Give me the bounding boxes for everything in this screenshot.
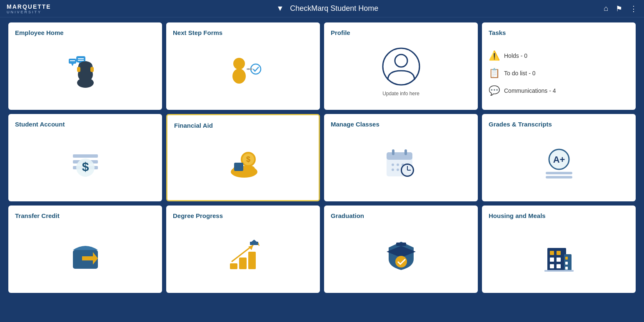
tile-employee-home-title: Employee Home <box>15 29 64 36</box>
logo-university: UNIVERSITY <box>7 10 42 14</box>
tile-financial-aid-icon-area: $ <box>174 133 312 192</box>
tile-employee-home-icon-area <box>15 40 155 102</box>
profile-subtext: Update info here <box>331 91 471 97</box>
svg-rect-67 <box>557 264 561 268</box>
tile-student-account-title: Student Account <box>15 121 65 128</box>
tile-transfer-credit-icon-area <box>15 223 155 285</box>
tile-housing-meals-icon-area <box>489 223 629 285</box>
tasks-todo: 📋 To do list - 0 <box>489 68 629 79</box>
tile-grades-transcripts-title: Grades & Transcripts <box>489 121 552 128</box>
svg-line-57 <box>258 243 259 246</box>
tile-graduation-title: Graduation <box>331 212 364 219</box>
svg-rect-34 <box>404 149 407 155</box>
svg-rect-62 <box>550 251 554 255</box>
grades-transcripts-icon: A+ <box>538 142 580 183</box>
manage-classes-icon <box>380 142 422 183</box>
svg-marker-5 <box>71 64 74 66</box>
tile-housing-meals[interactable]: Housing and Meals <box>482 206 636 293</box>
tile-profile-title: Profile <box>331 29 350 36</box>
svg-rect-20 <box>73 154 98 158</box>
student-account-icon: $ <box>65 142 106 183</box>
warning-icon: ⚠️ <box>489 50 500 61</box>
tile-graduation[interactable]: Graduation <box>324 206 478 293</box>
svg-point-38 <box>392 168 394 171</box>
svg-point-35 <box>392 163 394 166</box>
svg-rect-9 <box>77 67 80 72</box>
logo: MARQUETTE UNIVERSITY <box>7 3 51 14</box>
graduation-icon <box>380 233 422 275</box>
tile-next-step-forms-title: Next Step Forms <box>173 29 222 36</box>
svg-rect-50 <box>230 263 237 269</box>
svg-point-19 <box>395 54 407 67</box>
tile-financial-aid[interactable]: Financial Aid $ <box>166 114 320 201</box>
tasks-todo-label: To do list - 0 <box>504 70 535 77</box>
clipboard-icon: 📋 <box>489 68 500 79</box>
svg-rect-51 <box>239 258 247 269</box>
svg-point-36 <box>397 163 399 166</box>
next-step-forms-icon <box>222 50 264 92</box>
tile-manage-classes[interactable]: Manage Classes <box>324 114 478 201</box>
financial-aid-icon: $ <box>222 142 264 183</box>
tasks-communications: 💬 Communications - 4 <box>489 85 629 96</box>
svg-point-39 <box>397 168 399 171</box>
tile-degree-progress[interactable]: Degree Progress <box>166 206 320 293</box>
tile-student-account-icon-area: $ <box>15 132 155 193</box>
tasks-holds-label: Holds - 0 <box>504 52 527 59</box>
tile-manage-classes-title: Manage Classes <box>331 121 379 128</box>
svg-rect-30 <box>234 163 243 171</box>
svg-rect-59 <box>396 243 406 246</box>
flag-icon[interactable]: ⚑ <box>616 4 622 13</box>
tile-next-step-forms-icon-area <box>173 40 313 102</box>
svg-rect-46 <box>546 172 572 174</box>
home-icon[interactable]: ⌂ <box>604 4 608 13</box>
svg-rect-32 <box>387 152 412 160</box>
tile-manage-classes-icon-area <box>331 132 471 193</box>
svg-rect-64 <box>550 258 554 262</box>
tile-graduation-icon-area <box>331 223 471 285</box>
svg-text:$: $ <box>82 160 89 173</box>
svg-rect-70 <box>565 262 568 265</box>
svg-rect-33 <box>392 149 394 155</box>
tasks-holds: ⚠️ Holds - 0 <box>489 50 629 61</box>
tile-grid: Employee Home <box>8 22 636 293</box>
svg-text:A+: A+ <box>553 154 565 165</box>
svg-rect-47 <box>546 176 572 178</box>
tile-student-account[interactable]: Student Account $ <box>8 114 162 201</box>
svg-rect-71 <box>565 267 568 270</box>
svg-rect-10 <box>90 67 94 72</box>
svg-point-60 <box>395 256 407 268</box>
transfer-credit-icon <box>65 233 106 275</box>
svg-rect-66 <box>550 264 554 268</box>
tile-profile-icon-area: Update info here <box>331 40 471 102</box>
svg-text:$: $ <box>246 155 250 163</box>
more-icon[interactable]: ⋮ <box>630 4 637 13</box>
degree-progress-icon <box>222 233 264 275</box>
tasks-communications-label: Communications - 4 <box>504 87 556 94</box>
tile-grades-transcripts[interactable]: Grades & Transcripts A+ <box>482 114 636 201</box>
tile-tasks-title: Tasks <box>489 29 506 36</box>
header-left: MARQUETTE UNIVERSITY <box>7 3 51 14</box>
header-icons: ⌂ ⚑ ⋮ <box>604 4 637 13</box>
main-content: Employee Home <box>0 17 644 298</box>
svg-point-11 <box>77 78 94 88</box>
svg-point-16 <box>247 68 249 70</box>
tile-degree-progress-title: Degree Progress <box>173 212 223 219</box>
header: MARQUETTE UNIVERSITY ▼ CheckMarq Student… <box>0 0 644 17</box>
tile-profile[interactable]: Profile Update info here <box>324 22 478 110</box>
tile-grades-transcripts-icon-area: A+ <box>489 132 629 193</box>
tile-housing-meals-title: Housing and Meals <box>489 212 546 219</box>
svg-point-13 <box>232 69 246 84</box>
svg-rect-63 <box>557 251 561 255</box>
profile-icon <box>380 46 422 87</box>
tile-employee-home[interactable]: Employee Home <box>8 22 162 110</box>
tile-degree-progress-icon-area <box>173 223 313 285</box>
chat-icon: 💬 <box>489 85 500 96</box>
tile-tasks[interactable]: Tasks ⚠️ Holds - 0 📋 To do list - 0 💬 Co… <box>482 22 636 110</box>
tile-next-step-forms[interactable]: Next Step Forms <box>166 22 320 110</box>
svg-marker-56 <box>250 240 258 243</box>
tasks-content: ⚠️ Holds - 0 📋 To do list - 0 💬 Communic… <box>489 40 629 102</box>
tile-transfer-credit[interactable]: Transfer Credit <box>8 206 162 293</box>
housing-meals-icon <box>538 233 580 275</box>
header-title: ▼ CheckMarq Student Home <box>51 4 604 13</box>
employee-home-icon <box>65 50 106 92</box>
